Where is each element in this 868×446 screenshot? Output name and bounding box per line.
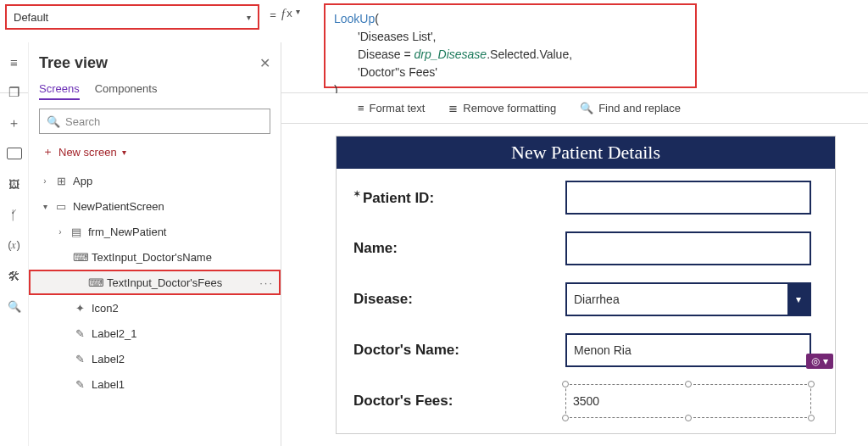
tab-components[interactable]: Components	[95, 82, 158, 100]
remove-formatting-button[interactable]: ≣Remove formatting	[448, 102, 556, 114]
label-icon: ✎	[73, 378, 86, 391]
chevron-down-icon: ▾	[122, 148, 126, 157]
formula-bar[interactable]: LookUp( 'Diseases List', Disease = drp_D…	[324, 3, 697, 88]
tree-item-form[interactable]: › ▤ frm_NewPatient	[39, 219, 270, 244]
search-icon: 🔍	[580, 102, 593, 114]
tab-screens[interactable]: Screens	[39, 82, 80, 100]
form-card: New Patient Details ✶Patient ID: Name: D…	[336, 136, 836, 434]
textinput-icon: ⌨	[88, 276, 102, 289]
format-icon: ≡	[358, 102, 364, 114]
label-disease: Disease:	[353, 291, 565, 308]
fx-icon: f	[281, 7, 285, 21]
form-icon: ▤	[70, 226, 83, 238]
resize-handle[interactable]	[685, 381, 692, 387]
formula-toolbar: ≡Format text ≣Remove formatting 🔍Find an…	[281, 93, 868, 124]
tree-item-textinput-doctorname[interactable]: ⌨ TextInput_Doctor'sName	[39, 244, 270, 270]
search-icon: 🔍	[47, 115, 60, 128]
property-dropdown-value: Default	[14, 11, 48, 24]
format-text-button[interactable]: ≡Format text	[358, 102, 425, 114]
hamburger-icon[interactable]: ≡	[7, 54, 22, 70]
app-icon: ⊞	[54, 175, 68, 187]
tree-view-panel: Tree view ✕ Screens Components 🔍 Search …	[29, 42, 281, 446]
input-name[interactable]	[565, 231, 811, 265]
icon-icon: ✦	[73, 302, 86, 315]
plus-icon: ＋	[42, 144, 53, 159]
variables-icon[interactable]: (𝑥)	[7, 237, 22, 253]
fx-button[interactable]: fx ▾	[281, 0, 324, 92]
find-replace-button[interactable]: 🔍Find and replace	[580, 102, 681, 114]
resize-handle[interactable]	[562, 381, 569, 387]
input-patient-id[interactable]	[565, 181, 811, 215]
textinput-icon: ⌨	[73, 251, 86, 264]
chevron-right-icon: ›	[41, 176, 49, 186]
chevron-down-icon: ▾	[296, 7, 300, 16]
tree-item-icon2[interactable]: ✦ Icon2	[39, 295, 270, 321]
tree-item-label1[interactable]: ✎ Label1	[39, 371, 270, 397]
tree-search-input[interactable]: 🔍 Search	[39, 109, 270, 134]
input-doctor-fees[interactable]: 3500	[565, 384, 811, 418]
tree-view-icon[interactable]: ❐	[7, 85, 22, 100]
resize-handle[interactable]	[808, 415, 815, 421]
resize-handle[interactable]	[562, 415, 569, 421]
label-doctor-fees: Doctor's Fees:	[353, 393, 565, 410]
chevron-right-icon: ›	[56, 227, 64, 237]
form-header: New Patient Details	[337, 137, 835, 169]
search-icon[interactable]: 🔍	[7, 298, 22, 314]
resize-handle[interactable]	[808, 381, 815, 387]
tree-item-app[interactable]: › ⊞ App	[39, 168, 270, 193]
resize-handle[interactable]	[685, 415, 692, 421]
media-icon[interactable]: 🖼	[7, 176, 22, 192]
label-icon: ✎	[73, 353, 86, 365]
remove-format-icon: ≣	[448, 102, 458, 114]
label-name: Name:	[353, 240, 565, 257]
label-icon: ✎	[73, 327, 86, 340]
tree-item-label2[interactable]: ✎ Label2	[39, 346, 270, 371]
insert-icon[interactable]: ＋	[7, 115, 22, 131]
chevron-down-icon: ▾	[823, 355, 828, 367]
chevron-down-icon: ▾	[247, 13, 251, 22]
control-badge[interactable]: ◎▾	[806, 354, 833, 369]
more-icon[interactable]: ···	[259, 276, 274, 289]
left-rail: ≡ ❐ ＋ 🖼 ᚶ (𝑥) 🛠 🔍	[0, 42, 29, 446]
power-automate-icon[interactable]: ᚶ	[7, 207, 22, 222]
chevron-down-icon: ▾	[787, 284, 810, 315]
data-icon[interactable]	[7, 146, 22, 161]
close-icon[interactable]: ✕	[259, 55, 270, 71]
advanced-tools-icon[interactable]: 🛠	[7, 268, 22, 283]
property-dropdown[interactable]: Default ▾	[5, 4, 259, 30]
tree-title: Tree view ✕	[39, 54, 270, 72]
chevron-down-icon: ▾	[41, 202, 49, 211]
tree-item-label2-1[interactable]: ✎ Label2_1	[39, 321, 270, 346]
label-doctor-name: Doctor's Name:	[353, 342, 565, 359]
dropdown-disease[interactable]: Diarrhea ▾	[565, 282, 811, 316]
tree-item-textinput-doctorfees[interactable]: ⌨ TextInput_Doctor'sFees ···	[29, 270, 281, 295]
new-screen-button[interactable]: ＋ New screen ▾	[39, 141, 270, 168]
screen-icon: ▭	[54, 200, 68, 213]
input-doctor-name[interactable]: Menon Ria	[565, 333, 811, 367]
tree-item-screen[interactable]: ▾ ▭ NewPatientScreen	[39, 193, 270, 219]
label-patient-id: ✶Patient ID:	[353, 189, 565, 207]
